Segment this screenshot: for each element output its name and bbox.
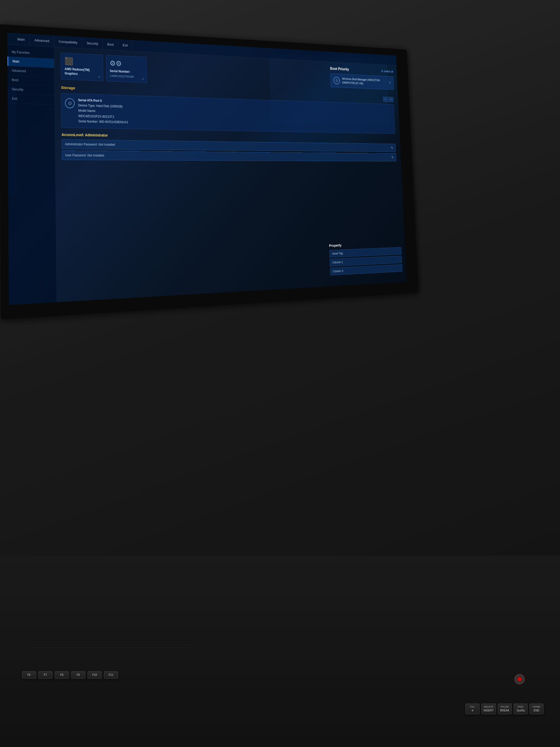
storage-title: Storage — [61, 85, 75, 90]
storage-port: Serial ATA Port 0 — [78, 98, 102, 103]
boot-priority-section: Boot Priority ⇅ Switch all ⊙ Windows Boo… — [326, 62, 398, 94]
bios-screen: Main Advanced Compatibility Security Boo… — [7, 32, 407, 305]
key-f6[interactable]: F6 — [22, 671, 36, 679]
key-prtsc-sysrq[interactable]: PrtSc SysRq — [513, 703, 528, 714]
storage-navigation: < > — [383, 97, 394, 102]
vent-line-3 — [27, 644, 191, 644]
tab-exit[interactable]: Exit — [118, 39, 132, 51]
column1-label: Column 1: — [332, 260, 343, 264]
vent-line-4 — [27, 645, 191, 646]
boot-priority-title: Boot Priority — [330, 67, 349, 72]
access-section: AccessLevel: Administrator Administrator… — [61, 132, 396, 161]
switch-all-button[interactable]: ⇅ Switch all — [381, 70, 393, 73]
admin-password-label: Administrator Password -Not Installed — [65, 142, 115, 146]
storage-model-label: Model Name: — [78, 109, 96, 113]
amd-radeon-arrow: ↙ — [98, 74, 101, 78]
tab-main[interactable]: Main — [12, 33, 30, 46]
key-f7[interactable]: F7 — [38, 671, 53, 679]
user-password-label: User Password -Not Installed — [65, 153, 104, 157]
boot-item-windows: ⊙ Windows Boot Manager (KINGSTON OM8PCP3… — [330, 73, 394, 90]
serial-number-label: Serial Number: — [110, 69, 143, 75]
vent-line-1 — [27, 640, 191, 641]
bios-main-content: ⬛ AMD Radeon(TM)Graphics ↙ ⚙⚙ Serial Num… — [54, 47, 407, 302]
bios-sidebar: My Favorites Main Advanced Boot Security — [7, 45, 57, 305]
key-f12[interactable]: F12 ✈ — [465, 703, 480, 714]
storage-next-button[interactable]: > — [389, 97, 394, 102]
key-f11[interactable]: F11 — [104, 671, 118, 679]
boot-priority-header: Boot Priority ⇅ Switch all — [330, 67, 393, 74]
key-delete-insert[interactable]: DELETE INSERT — [481, 703, 496, 714]
boot-item-label: Windows Boot Manager (KINGSTON OM8PCP351… — [342, 77, 387, 86]
vent-line-2 — [27, 642, 191, 643]
tab-compatibility[interactable]: Compatibility — [54, 35, 82, 48]
amd-radeon-title: AMD Radeon(TM)Graphics — [64, 67, 100, 77]
admin-password-edit-icon[interactable]: ✎ — [391, 146, 394, 149]
amd-radeon-card: ⬛ AMD Radeon(TM)Graphics ↙ — [61, 53, 103, 81]
sidebar-item-exit[interactable]: Exit — [8, 94, 55, 104]
storage-serial-value: WD-WX51A59ENUA3 — [99, 120, 128, 124]
key-home-end[interactable]: HOME END — [529, 703, 543, 714]
storage-device-type: Device Type: Hard Disk (1000GB) — [78, 103, 123, 108]
property-section: Property Asset Tag: Column 1: Column 2: — [329, 241, 402, 277]
gpu-icon: ⬛ — [64, 57, 100, 67]
key-f8[interactable]: F8 — [55, 671, 69, 679]
asset-tag-label: Asset Tag: — [332, 252, 343, 256]
sidebar-item-security[interactable]: Security — [8, 84, 54, 96]
keyboard-area: F6 F7 F8 F9 F10 F11 F12 ✈ — [0, 556, 560, 747]
boot-item-handle[interactable]: ≡ — [389, 80, 391, 85]
serial-number-value: L4NRCX02Z755188 — [110, 74, 143, 78]
column2-label: Column 2: — [333, 269, 344, 273]
vent-line-5 — [27, 647, 191, 647]
laptop-body: Main Advanced Compatibility Security Boo… — [0, 0, 560, 747]
serial-gear-icon: ⚙⚙ — [110, 59, 143, 69]
bios-content: My Favorites Main Advanced Boot Security — [7, 45, 407, 305]
storage-model-value: WDCWD10SPZX-80Z10T1 — [78, 114, 114, 119]
tab-advanced[interactable]: Advanced — [30, 34, 54, 47]
user-password-field[interactable]: User Password -Not Installed ✎ — [62, 150, 397, 161]
special-keys-row: F12 ✈ DELETE INSERT PAUSE BREAK PrtSc Sy… — [465, 703, 544, 714]
storage-disk-icon: ⊙ — [65, 98, 75, 108]
storage-info: Serial ATA Port 0 Device Type: Hard Disk… — [78, 97, 128, 125]
power-button[interactable] — [515, 674, 525, 684]
serial-number-arrow: ↙ — [142, 76, 145, 80]
storage-prev-button[interactable]: < — [383, 97, 388, 102]
property-title: Property — [329, 241, 401, 248]
serial-number-card: ⚙⚙ Serial Number: L4NRCX02Z755188 ↙ — [106, 55, 147, 83]
screen-bezel: Main Advanced Compatibility Security Boo… — [0, 24, 418, 320]
tab-security[interactable]: Security — [82, 37, 103, 49]
boot-disk-icon: ⊙ — [333, 77, 340, 84]
storage-serial-label: Serial Number: — [78, 120, 99, 124]
key-pause-break[interactable]: PAUSE BREAK — [498, 703, 512, 714]
key-f9[interactable]: F9 — [71, 671, 85, 679]
user-password-edit-icon[interactable]: ✎ — [391, 155, 394, 159]
admin-password-field[interactable]: Administrator Password -Not Installed ✎ — [61, 139, 396, 152]
tab-boot[interactable]: Boot — [103, 38, 118, 50]
keyboard-vents — [27, 640, 191, 651]
key-f10[interactable]: F10 — [87, 671, 102, 679]
function-keys-row: F6 F7 F8 F9 F10 F11 — [22, 671, 118, 679]
